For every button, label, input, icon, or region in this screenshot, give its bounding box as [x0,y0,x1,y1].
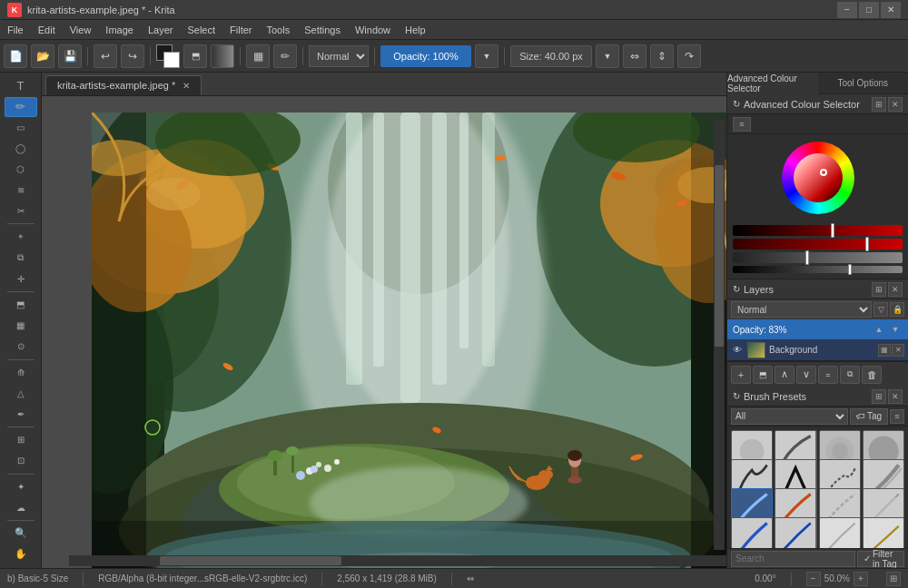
undo-button[interactable]: ↩ [94,44,117,68]
colour-close-button[interactable]: ✕ [888,97,903,112]
fullscreen-button[interactable]: ⊞ [886,572,901,586]
brush-float-button[interactable]: ⊞ [872,389,886,404]
path-button[interactable]: ⟰ [5,362,37,382]
fill-patterns-button[interactable]: ▦ [246,44,270,68]
rotate-button[interactable]: ↷ [677,44,701,68]
hue-slider-thumb[interactable] [831,223,834,238]
smart-patch-button[interactable]: ☁ [5,497,37,517]
color-selector[interactable] [156,44,180,68]
layer-filter-icon[interactable]: ▽ [873,302,888,317]
brush-search-input[interactable] [731,551,855,567]
colour-float-button[interactable]: ⊞ [872,97,886,112]
layer-blend-select[interactable]: Normal [731,301,872,318]
saturation-slider-thumb[interactable] [865,237,869,251]
canvas-tab-close[interactable]: ✕ [183,81,190,91]
gradient-button[interactable] [211,44,234,68]
vertical-scrollbar-thumb[interactable] [715,165,724,347]
freehand-select-button[interactable]: ≋ [5,181,37,201]
redo-button[interactable]: ↪ [121,44,144,68]
close-button[interactable]: ✕ [881,2,901,18]
brush-item-13[interactable] [731,517,773,548]
canvas-container[interactable] [42,96,726,568]
menu-item-filter[interactable]: Filter [222,20,259,39]
new-file-button[interactable]: 📄 [4,44,27,68]
zoom-tool-button[interactable]: 🔍 [5,524,37,544]
brush-category-select[interactable]: All [731,408,848,425]
layer-down-button[interactable]: ∨ [796,366,816,384]
brush-item-15[interactable] [819,517,861,548]
transform-button[interactable]: ⌖ [5,227,37,247]
multibrush-button[interactable]: ✦ [5,476,37,496]
calligraphy-button[interactable]: ✒ [5,404,37,424]
layers-refresh-icon[interactable]: ↻ [733,284,740,294]
brush-size-display[interactable]: Size: 40.00 px [510,45,592,67]
menu-item-image[interactable]: Image [98,20,141,39]
layers-close-button[interactable]: ✕ [888,282,903,297]
duplicate-layer-button[interactable]: ⧉ [840,366,860,384]
tool-options-tab[interactable]: Tool Options [818,73,909,94]
color-wheel[interactable] [782,142,854,214]
crop-button[interactable]: ⧉ [5,248,37,268]
layer-up-button[interactable]: ∧ [775,366,794,384]
menu-item-file[interactable]: File [0,20,31,39]
rectangle-select-button[interactable]: ▭ [5,118,37,138]
size-down-button[interactable]: ▼ [596,44,619,68]
filter-in-tag-button[interactable]: ✓ Filter in Tag [857,551,904,567]
pan-tool-button[interactable]: ✋ [5,544,37,564]
shape-button[interactable]: △ [5,383,37,403]
status-arrows[interactable]: ⇔ [467,573,474,583]
freehand-brush-button[interactable]: ✏ [5,97,37,117]
value-slider[interactable] [733,252,903,263]
layer-lock-icon[interactable]: 🔒 [890,302,904,317]
color-picker-tool-button[interactable]: ⊙ [5,337,37,357]
layer-visibility-toggle[interactable]: 👁 [731,344,744,357]
saturation-slider[interactable] [733,239,903,250]
menu-item-window[interactable]: Window [348,20,398,39]
brush-settings-button[interactable]: ✏ [273,44,297,68]
fill-button[interactable]: ⬒ [5,295,37,315]
open-file-button[interactable]: 📂 [31,44,54,68]
delete-layer-button[interactable]: 🗑 [862,366,882,384]
alpha-slider[interactable] [733,266,903,273]
menu-item-settings[interactable]: Settings [297,20,348,39]
add-group-button[interactable]: ⬒ [753,366,773,384]
maximize-button[interactable]: □ [859,2,879,18]
colour-refresh-icon[interactable]: ↻ [733,99,740,109]
alpha-slider-thumb[interactable] [848,264,852,275]
hue-slider[interactable] [733,225,903,236]
contiguous-select-button[interactable]: ✂ [5,201,37,221]
canvas-tab[interactable]: krita-artists-example.jpeg * ✕ [45,75,202,95]
layer-opacity-up[interactable]: ▲ [872,322,886,337]
brush-menu-button[interactable]: ≡ [890,409,904,424]
horizontal-scrollbar-thumb[interactable] [160,556,341,565]
mirror-v-button[interactable]: ⇕ [650,44,674,68]
vertical-scrollbar[interactable] [714,120,725,550]
brush-close-button[interactable]: ✕ [888,389,903,404]
brush-item-16[interactable] [863,517,904,548]
move-button[interactable]: ✛ [5,269,37,289]
layer-merge-button[interactable]: = [818,366,838,384]
assistant-button[interactable]: ⊡ [5,451,37,471]
layer-opacity-down[interactable]: ▼ [888,322,903,337]
minimize-button[interactable]: − [837,2,857,18]
menu-item-edit[interactable]: Edit [31,20,63,39]
measure-button[interactable]: ⊞ [5,430,37,450]
layer-action-1[interactable]: ▦ [878,344,891,357]
brush-item-14[interactable] [775,517,816,548]
add-layer-button[interactable]: + [731,366,751,384]
mirror-h-button[interactable]: ⇔ [623,44,646,68]
layer-action-2[interactable]: ✕ [892,344,904,357]
advanced-colour-tab[interactable]: Advanced Colour Selector [727,73,818,94]
color-picker-button[interactable]: ⬒ [183,44,207,68]
save-file-button[interactable]: 💾 [58,44,82,68]
brush-refresh-icon[interactable]: ↻ [733,391,740,401]
polygon-select-button[interactable]: ⬡ [5,160,37,180]
opacity-display[interactable]: Opacity: 100% [380,45,471,67]
menu-item-tools[interactable]: Tools [260,20,298,39]
color-selector-dot[interactable] [820,169,827,176]
color-wheel-inner[interactable] [794,153,843,202]
menu-item-select[interactable]: Select [180,20,222,39]
zoom-in-button[interactable]: + [854,572,868,586]
brush-tag-button[interactable]: 🏷 Tag [850,408,888,425]
blend-mode-select[interactable]: Normal [309,45,369,67]
